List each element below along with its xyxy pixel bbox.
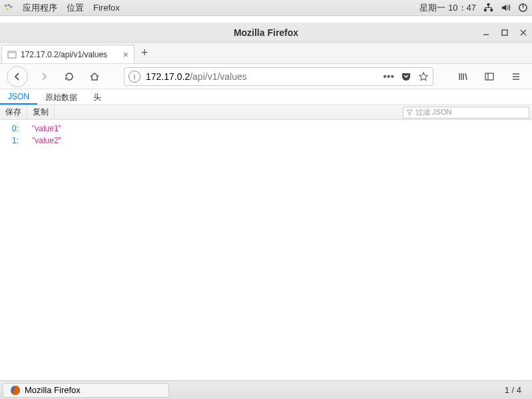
- svg-point-0: [5, 4, 7, 7]
- new-tab-button[interactable]: +: [134, 43, 154, 63]
- forward-button[interactable]: [35, 67, 53, 86]
- bookmark-star-icon[interactable]: [418, 71, 429, 82]
- page-actions-icon[interactable]: •••: [383, 71, 394, 83]
- json-save-button[interactable]: 保存: [0, 105, 27, 119]
- url-bar[interactable]: i 172.17.0.2/api/v1/values •••: [124, 67, 433, 86]
- network-icon[interactable]: [483, 3, 493, 13]
- firefox-icon: [10, 385, 21, 396]
- window-close-button[interactable]: [519, 28, 528, 37]
- json-filter-placeholder: 过滤 JSON: [415, 107, 451, 117]
- site-info-icon[interactable]: i: [129, 71, 140, 83]
- hamburger-menu-button[interactable]: [507, 67, 525, 86]
- json-value: "value1": [32, 123, 61, 135]
- library-button[interactable]: [453, 67, 472, 86]
- svg-rect-5: [483, 9, 486, 11]
- browser-tab[interactable]: 172.17.0.2/api/v1/values ×: [1, 45, 134, 63]
- window-titlebar: Mozilla Firefox: [0, 23, 532, 43]
- gnome-apps-icon: [4, 3, 13, 13]
- pocket-icon[interactable]: [401, 71, 411, 82]
- reload-button[interactable]: [60, 67, 79, 86]
- json-value: "value2": [32, 135, 61, 147]
- json-key: 0:: [5, 123, 19, 135]
- tab-strip: 172.17.0.2/api/v1/values × +: [0, 43, 532, 64]
- json-tab-raw[interactable]: 原始数据: [37, 89, 85, 105]
- tab-close-icon[interactable]: ×: [123, 49, 129, 60]
- window-minimize-button[interactable]: [481, 28, 491, 37]
- svg-rect-4: [487, 3, 489, 6]
- tab-title: 172.17.0.2/api/v1/values: [21, 50, 107, 59]
- svg-rect-13: [485, 73, 493, 80]
- json-toolbar: 保存 复制 过滤 JSON: [0, 105, 532, 120]
- volume-icon[interactable]: [500, 3, 511, 13]
- svg-rect-12: [8, 51, 16, 53]
- menu-firefox[interactable]: Firefox: [93, 3, 120, 13]
- svg-point-1: [7, 3, 10, 6]
- taskbar-app-label: Mozilla Firefox: [25, 385, 81, 395]
- gnome-top-bar: 应用程序 位置 Firefox 星期一 10：47: [0, 0, 532, 16]
- svg-rect-10: [502, 30, 507, 35]
- home-button[interactable]: [85, 67, 104, 86]
- gnome-taskbar: Mozilla Firefox 1 / 4: [0, 380, 532, 399]
- json-viewer-tabs: JSON 原始数据 头: [0, 89, 532, 105]
- svg-point-2: [10, 5, 13, 8]
- back-button[interactable]: [7, 66, 28, 87]
- clock[interactable]: 星期一 10：47: [419, 2, 476, 14]
- url-text: 172.17.0.2/api/v1/values: [146, 71, 383, 82]
- json-key: 1:: [5, 135, 19, 147]
- json-content: 0: "value1" 1: "value2": [0, 120, 532, 149]
- json-tab-json[interactable]: JSON: [0, 89, 37, 105]
- menu-applications[interactable]: 应用程序: [23, 2, 57, 14]
- json-copy-button[interactable]: 复制: [27, 105, 55, 119]
- json-row[interactable]: 1: "value2": [5, 135, 527, 147]
- json-filter-input[interactable]: 过滤 JSON: [403, 107, 529, 119]
- svg-rect-6: [490, 9, 493, 11]
- sidebar-button[interactable]: [480, 67, 499, 86]
- window-maximize-button[interactable]: [500, 28, 509, 37]
- json-row[interactable]: 0: "value1": [5, 123, 527, 135]
- filter-icon: [406, 109, 413, 116]
- json-tab-headers[interactable]: 头: [85, 89, 109, 105]
- nav-toolbar: i 172.17.0.2/api/v1/values •••: [0, 64, 532, 89]
- window-title: Mozilla Firefox: [234, 27, 298, 38]
- menu-places[interactable]: 位置: [67, 2, 84, 14]
- svg-point-3: [7, 8, 9, 11]
- tab-favicon-icon: [7, 50, 17, 59]
- workspace-indicator[interactable]: 1 / 4: [497, 385, 529, 395]
- taskbar-app-firefox[interactable]: Mozilla Firefox: [3, 383, 169, 398]
- power-icon[interactable]: [517, 3, 528, 13]
